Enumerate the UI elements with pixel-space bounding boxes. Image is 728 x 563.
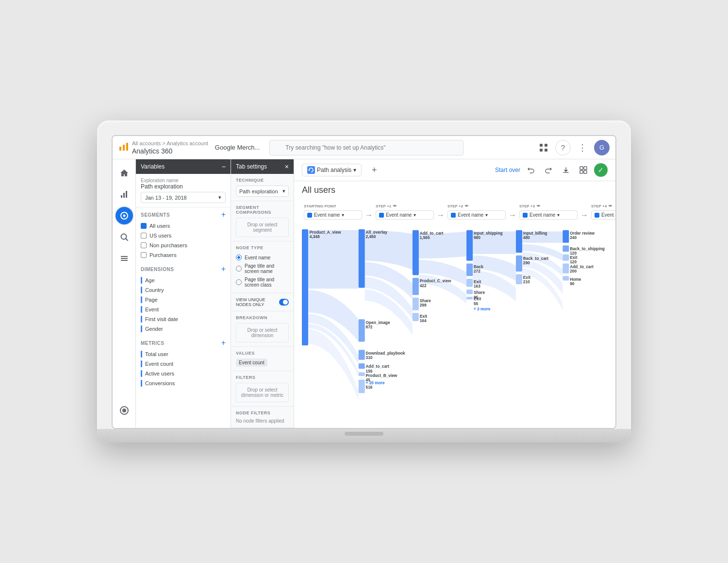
nav-home[interactable] <box>115 163 134 183</box>
node-share-2[interactable] <box>413 298 419 310</box>
date-picker[interactable]: Jan 13 - 19, 2018 ▾ <box>141 192 226 203</box>
step-2: STEP +2 ✏ Event name ▾ <box>447 204 506 220</box>
node-type-radio-2 <box>236 266 242 272</box>
node-exit-4[interactable] <box>516 274 522 284</box>
step2-label: STEP +2 ✏ <box>447 204 506 208</box>
dimensions-add-btn[interactable]: + <box>221 265 226 273</box>
3-more-label[interactable]: + 3 more <box>474 307 491 311</box>
toggle-row: VIEW UNIQUE NODES ONLY <box>236 297 289 307</box>
svg-rect-11 <box>126 191 127 198</box>
technique-label: TECHNIQUE <box>236 178 289 183</box>
dimensions-section: DIMENSIONS + Age Country Page Event Firs… <box>136 262 231 334</box>
node-input-billing[interactable] <box>516 230 522 253</box>
laptop-base <box>97 429 631 443</box>
node-exit-3[interactable] <box>466 279 473 287</box>
node-all-overlay[interactable] <box>359 229 365 288</box>
node-add-to-cart-2[interactable] <box>413 230 419 275</box>
filters-section: FILTERS Drop or select dimension or metr… <box>231 371 294 407</box>
node-share-3[interactable] <box>466 290 473 294</box>
node-back-to-cart[interactable] <box>516 256 522 272</box>
metrics-add-btn[interactable]: + <box>221 339 226 347</box>
segments-add-btn[interactable]: + <box>221 210 226 219</box>
svg-text:210: 210 <box>523 279 530 284</box>
step4-selector[interactable]: Event name ▾ <box>591 210 615 220</box>
step3-selector[interactable]: Event name ▾ <box>519 210 578 220</box>
node-exit-2[interactable] <box>413 313 419 321</box>
grid-view-btn[interactable] <box>577 163 590 177</box>
main-layout: Variables − Exploration name Path explor… <box>113 159 615 428</box>
values-label: VALUES <box>236 351 289 356</box>
breakdown-drop-zone[interactable]: Drop or select dimension <box>236 323 289 342</box>
node-exit-3b[interactable] <box>466 297 473 300</box>
nav-reports[interactable] <box>115 185 134 204</box>
grid-icon-btn[interactable] <box>536 140 551 155</box>
node-add-to-cart-1[interactable] <box>359 363 365 369</box>
node-back-to-shipping[interactable] <box>563 245 569 252</box>
svg-line-15 <box>126 239 128 241</box>
event-checkbox-icon-2 <box>451 213 456 218</box>
dimensions-label: DIMENSIONS <box>141 267 174 272</box>
node-home[interactable] <box>563 276 569 280</box>
node-product-a-view[interactable] <box>302 229 308 345</box>
segment-drop-zone[interactable]: Drop or select segment <box>236 218 289 237</box>
step2-selector[interactable]: Event name ▾ <box>447 210 506 220</box>
node-add-to-cart-5[interactable] <box>563 263 569 273</box>
nav-menu[interactable] <box>115 249 134 268</box>
search-input[interactable] <box>269 140 463 155</box>
header-actions: ? ⋮ G <box>536 140 610 155</box>
segment-checkbox-all <box>141 223 147 229</box>
segment-non-purchasers[interactable]: Non purchasers <box>136 240 231 250</box>
step1-selector[interactable]: Event name ▾ <box>376 210 434 220</box>
filters-drop-zone[interactable]: Drop or select dimension or metric <box>236 383 289 402</box>
node-open-image[interactable] <box>359 319 365 341</box>
node-20-more[interactable] <box>359 379 365 393</box>
segment-us-users[interactable]: US users <box>136 231 231 240</box>
node-product-b-view[interactable] <box>359 373 365 376</box>
node-exit-5[interactable] <box>563 255 569 261</box>
download-btn[interactable] <box>559 163 573 177</box>
undo-btn[interactable] <box>524 163 538 177</box>
unique-nodes-label: VIEW UNIQUE NODES ONLY <box>236 297 279 307</box>
node-type-page-title[interactable]: Page title and screen name <box>236 262 289 275</box>
dim-bar <box>141 316 142 323</box>
add-tab-btn[interactable]: + <box>367 163 381 177</box>
path-analysis-btn[interactable]: Path analysis ▾ <box>302 164 362 176</box>
nav-explore[interactable] <box>115 206 134 225</box>
grid-view-icon <box>579 166 587 174</box>
nav-settings[interactable] <box>115 401 134 420</box>
segment-all-users[interactable]: All users <box>136 221 231 231</box>
starting-point-event-label: Event name <box>314 212 340 218</box>
all-users-title: All users <box>294 181 615 197</box>
variables-minimize-btn[interactable]: − <box>222 163 226 170</box>
value-chip[interactable]: Event count <box>236 358 267 367</box>
svg-point-13 <box>123 215 125 217</box>
value-chip-label: Event count <box>239 360 265 365</box>
svg-rect-10 <box>123 193 125 198</box>
share-btn[interactable]: ✓ <box>594 163 608 177</box>
node-type-page-class[interactable]: Page title and screen class <box>236 275 289 289</box>
node-input-shipping[interactable] <box>466 230 473 261</box>
starting-point-selector[interactable]: Event name ▾ <box>304 210 362 220</box>
node-download-playbook[interactable] <box>359 350 365 359</box>
node-back[interactable] <box>466 263 473 276</box>
user-avatar[interactable]: G <box>594 140 610 155</box>
step1-chevron: ▾ <box>414 212 416 218</box>
redo-btn[interactable] <box>542 163 555 177</box>
node-type-event-name[interactable]: Event name <box>236 253 289 262</box>
tab-settings-title: Tab settings <box>236 163 267 170</box>
chevron-down-icon: ▾ <box>218 194 221 201</box>
sankey-viz: Product_A_view 4,348 All_overlay 2,450 O… <box>302 222 608 407</box>
breadcrumb: All accounts > Analytics account <box>132 140 208 147</box>
node-product-c-view[interactable] <box>413 278 419 295</box>
variables-header: Variables − <box>136 159 231 174</box>
technique-select[interactable]: Path exploration ▾ <box>236 186 289 197</box>
node-order-review[interactable] <box>563 230 569 243</box>
svg-rect-17 <box>121 258 128 259</box>
more-menu-btn[interactable]: ⋮ <box>575 140 590 155</box>
start-over-link[interactable]: Start over <box>495 167 520 173</box>
segment-purchasers[interactable]: Purchasers <box>136 250 231 260</box>
unique-nodes-toggle[interactable] <box>279 299 289 306</box>
nav-search[interactable] <box>115 227 134 247</box>
help-icon-btn[interactable]: ? <box>555 140 571 155</box>
tab-settings-close-btn[interactable]: × <box>285 163 289 170</box>
